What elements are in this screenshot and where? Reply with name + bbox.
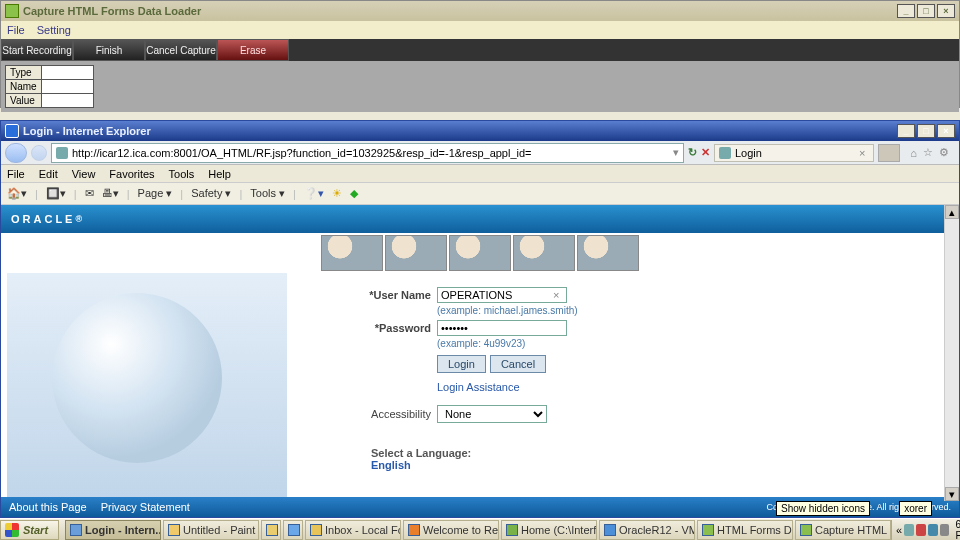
scroll-down-icon[interactable]: ▾ xyxy=(945,487,959,501)
taskbar-item[interactable]: HTML Forms Da... xyxy=(697,520,793,540)
login-assistance-link[interactable]: Login Assistance xyxy=(437,381,520,393)
cancel-capture-button[interactable]: Cancel Capture xyxy=(145,39,217,61)
privacy-link[interactable]: Privacy Statement xyxy=(101,501,190,513)
taskbar-item[interactable]: Untitled - Paint xyxy=(163,520,259,540)
capture-menu-setting[interactable]: Setting xyxy=(37,24,71,36)
username-input[interactable] xyxy=(437,287,567,303)
tray-expand-icon[interactable]: « xyxy=(896,524,902,536)
clear-username-icon[interactable]: × xyxy=(553,289,559,301)
vertical-scrollbar[interactable]: ▴ ▾ xyxy=(944,205,959,501)
capture-toolbar: Start Recording Finish Cancel Capture Er… xyxy=(1,39,959,61)
windows-logo-icon xyxy=(5,523,19,537)
refresh-button[interactable]: ↻ xyxy=(688,146,697,159)
help-icon[interactable]: ❔▾ xyxy=(304,187,324,200)
accessibility-select[interactable]: None xyxy=(437,405,547,423)
addr-dropdown-icon[interactable]: ▾ xyxy=(673,146,679,159)
new-tab-button[interactable] xyxy=(878,144,900,162)
start-button[interactable]: Start xyxy=(0,520,59,540)
menu-view[interactable]: View xyxy=(72,168,96,180)
readmail-icon[interactable]: ✉ xyxy=(85,187,94,200)
menu-tools[interactable]: Tools xyxy=(169,168,195,180)
menu-help[interactable]: Help xyxy=(208,168,231,180)
start-recording-button[interactable]: Start Recording xyxy=(1,39,73,61)
finish-button[interactable]: Finish xyxy=(73,39,145,61)
menu-file[interactable]: File xyxy=(7,168,25,180)
taskbar-item[interactable]: Capture HTML ... xyxy=(795,520,891,540)
back-button[interactable] xyxy=(5,143,27,163)
capture-titlebar[interactable]: Capture HTML Forms Data Loader _ □ × xyxy=(1,1,959,21)
banner-thumb xyxy=(385,235,447,271)
ie-minimize-button[interactable]: _ xyxy=(897,124,915,138)
login-button[interactable]: Login xyxy=(437,355,486,373)
prop-value-label: Value xyxy=(6,94,42,108)
ie-window: Login - Internet Explorer _ □ × ▾ ↻ ✕ Lo… xyxy=(0,120,960,518)
tray-icon[interactable] xyxy=(928,524,938,536)
language-english-link[interactable]: English xyxy=(371,459,411,471)
scroll-up-icon[interactable]: ▴ xyxy=(945,205,959,219)
prop-name-label: Name xyxy=(6,80,42,94)
globe-image xyxy=(7,273,287,497)
taskbar-item[interactable]: Inbox - Local Fo... xyxy=(305,520,401,540)
tools-gear-icon[interactable]: ⚙ xyxy=(939,146,949,159)
toolbar-tools[interactable]: Tools ▾ xyxy=(250,187,285,200)
tray-icon[interactable] xyxy=(904,524,914,536)
banner-thumb xyxy=(449,235,511,271)
password-hint: (example: 4u99v23) xyxy=(437,338,939,353)
tray-tooltip-2: xorer xyxy=(899,501,932,516)
clock[interactable]: 6:59 PM xyxy=(951,519,960,541)
password-input[interactable] xyxy=(437,320,567,336)
erase-button[interactable]: Erase xyxy=(217,39,289,61)
capture-menu-file[interactable]: File xyxy=(7,24,25,36)
tray-icon[interactable] xyxy=(940,524,950,536)
prop-type-value xyxy=(41,66,93,80)
home-icon[interactable]: ⌂ xyxy=(910,147,917,159)
capture-properties-table: Type Name Value xyxy=(5,65,94,108)
password-label: *Password xyxy=(307,322,437,334)
address-bar[interactable]: ▾ xyxy=(51,143,684,163)
favorites-icon[interactable]: ☆ xyxy=(923,146,933,159)
folder-icon xyxy=(266,524,278,536)
taskbar-item[interactable] xyxy=(283,520,303,540)
ie-titlebar[interactable]: Login - Internet Explorer _ □ × xyxy=(1,121,959,141)
capture-close-button[interactable]: × xyxy=(937,4,955,18)
capture-title: Capture HTML Forms Data Loader xyxy=(23,5,895,17)
url-input[interactable] xyxy=(72,147,669,159)
toolbar-extra2-icon[interactable]: ◆ xyxy=(350,187,358,200)
capture-menubar: File Setting xyxy=(1,21,959,39)
toolbar-extra-icon[interactable]: ☀ xyxy=(332,187,342,200)
toolbar-safety[interactable]: Safety ▾ xyxy=(191,187,231,200)
ie-close-button[interactable]: × xyxy=(937,124,955,138)
menu-edit[interactable]: Edit xyxy=(39,168,58,180)
oracle-logo: ORACLE® xyxy=(1,205,959,233)
toolbar-page[interactable]: Page ▾ xyxy=(138,187,173,200)
banner-thumb xyxy=(321,235,383,271)
menu-favorites[interactable]: Favorites xyxy=(109,168,154,180)
taskbar-item[interactable]: Home (C:\Interf... xyxy=(501,520,597,540)
cancel-button[interactable]: Cancel xyxy=(490,355,546,373)
prop-type-label: Type xyxy=(6,66,42,80)
system-tray: « 6:59 PM xyxy=(891,520,960,540)
taskbar-item[interactable]: Login - Intern... xyxy=(65,520,161,540)
feeds-icon[interactable]: 🔲▾ xyxy=(46,187,66,200)
forms-icon xyxy=(702,524,714,536)
ie-maximize-button[interactable]: □ xyxy=(917,124,935,138)
tab-close-button[interactable]: × xyxy=(859,147,865,159)
about-page-link[interactable]: About this Page xyxy=(9,501,87,513)
browser-tab[interactable]: Login × xyxy=(714,144,874,162)
forward-button[interactable] xyxy=(31,145,47,161)
taskbar-item[interactable]: Welcome to Re... xyxy=(403,520,499,540)
tray-icon[interactable] xyxy=(916,524,926,536)
home-dropdown-icon[interactable]: 🏠▾ xyxy=(7,187,27,200)
capture-minimize-button[interactable]: _ xyxy=(897,4,915,18)
capture-maximize-button[interactable]: □ xyxy=(917,4,935,18)
ie-menubar: File Edit View Favorites Tools Help xyxy=(1,165,959,183)
stop-button[interactable]: ✕ xyxy=(701,146,710,159)
taskbar-item[interactable]: OracleR12 - VM... xyxy=(599,520,695,540)
outlook-icon xyxy=(310,524,322,536)
banner-images-strip xyxy=(1,233,959,273)
app-icon xyxy=(288,524,300,536)
taskbar-item[interactable] xyxy=(261,520,281,540)
login-form: *User Name × (example: michael.james.smi… xyxy=(287,273,959,497)
ie-title: Login - Internet Explorer xyxy=(23,125,895,137)
print-icon[interactable]: 🖶▾ xyxy=(102,187,119,200)
